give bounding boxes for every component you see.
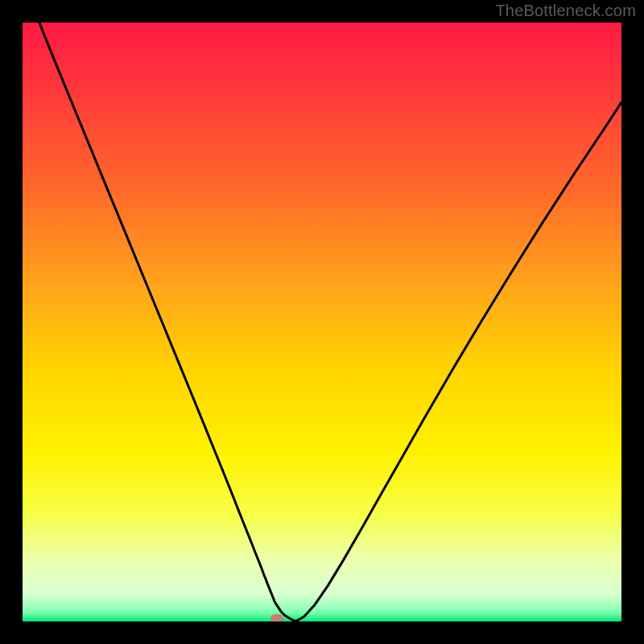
attribution-text: TheBottleneck.com (495, 2, 636, 20)
plot-area (23, 23, 621, 621)
optimum-marker (270, 614, 283, 621)
curve-layer (23, 23, 621, 621)
chart-frame: TheBottleneck.com (0, 0, 644, 644)
bottleneck-curve (39, 23, 621, 621)
